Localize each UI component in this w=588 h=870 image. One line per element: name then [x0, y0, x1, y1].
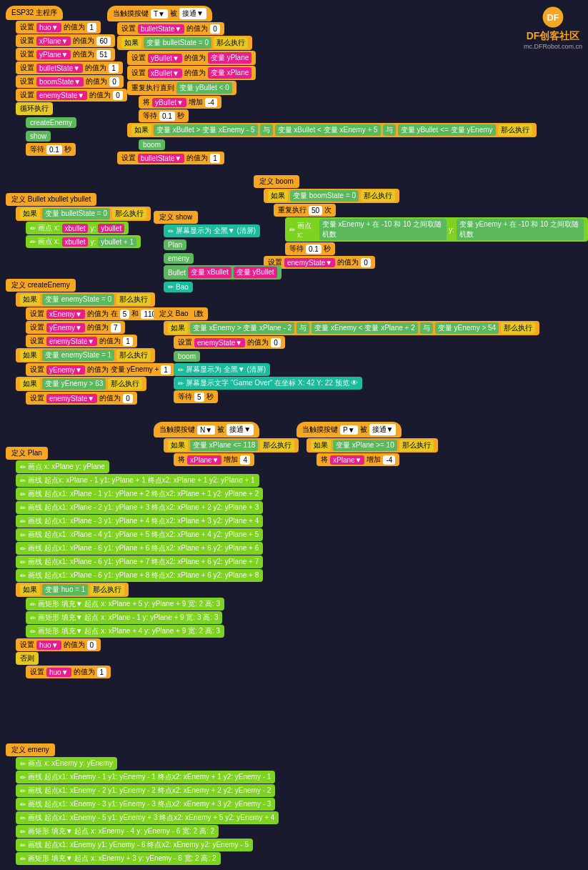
and1: 与: [260, 124, 273, 136]
rect-2: ✏ 画矩形 填充▼ 起点 x: xPlane - 1 y: yPlane + 9…: [26, 611, 222, 624]
define-boom-section: 定义 boom 如果 变量 boomState = 0 那么执行 重复执行 50…: [254, 175, 588, 269]
boom-call2: boom: [174, 351, 200, 362]
set-huo-block: 设置 huo▼ 的值为 1: [16, 21, 101, 34]
wait2-label: 等待: [143, 111, 157, 121]
set-huo-1: 设置 huo▼ 的值为 1: [26, 666, 111, 678]
line1-label: 画线 起点x: xPlane - 1 y1: yPlane + 1 终点x2: …: [28, 475, 255, 485]
line-6: ✏ 画线 起点x1: xPlane - 6 y1: yPlane + 6 终点x…: [16, 542, 263, 555]
pencil22: ✏: [20, 787, 26, 795]
line-5: ✏ 画线 起点x1: xPlane - 4 y1: yPlane + 5 终点x…: [16, 528, 263, 541]
bullet-label: Bullet: [168, 269, 186, 277]
set4-label: 设置: [20, 63, 34, 73]
define-plan-section: 定义 Plan ✏ 画点 x: xPlane y: yPlane ✏ 画线 起点…: [6, 447, 263, 678]
de-xb: 的值为: [184, 68, 206, 78]
if5-label: 如果: [20, 294, 40, 305]
pencil7: ✏: [178, 380, 184, 387]
set-xbullet-xplane: 设置 xBullet▼ 的值为 变量 xPlane: [127, 66, 256, 80]
val-1c: 1: [210, 154, 220, 163]
emeny-line3-label: 画线 起点x1: xEnemy - 3 y1: yEnemy - 3 终点x2:…: [28, 799, 271, 809]
emeny-line-4: ✏ 画线 起点x1: xEnemy - 5 y1: yEnemy + 3 终点x…: [16, 811, 279, 824]
screen-show-label: 屏幕显示为 全黑▼ (清屏): [176, 226, 256, 236]
touch-p-hat: 当触摸按键 P▼ 被 接通▼: [297, 422, 402, 438]
pencil10: ✏: [20, 490, 26, 498]
emeny-line-5: ✏ 画线 起点x1: xEnemy y1: yEnemy - 6 终点x2: x…: [16, 839, 253, 851]
define-boom-block: 定义 boom: [254, 175, 299, 188]
y2-label: y:: [90, 224, 96, 232]
wait4-label: 等待: [178, 392, 192, 402]
enemystate-var3: enemyState▼: [46, 337, 97, 346]
pencil14: ✏: [20, 545, 26, 553]
define-bullet-block: 定义 Bullet xbullet ybullet: [6, 193, 96, 206]
de4-label: 的值为: [85, 63, 106, 73]
draw-dot-bullet2: ✏ 画点 x: xbullet y: ybullet + 1: [26, 235, 141, 248]
de10-label: 的值为: [99, 336, 121, 346]
val-01: 0.1: [46, 145, 62, 154]
xplane-var: xPlane▼: [36, 36, 71, 46]
wait-block: 等待 0.1 秒: [26, 143, 76, 156]
pencil15: ✏: [20, 558, 26, 566]
emeny-dot-label: 画点 x: xEnemy y: yEnemy: [28, 758, 113, 768]
set-xplane-block: 设置 xPlane▼ 的值为 60: [16, 34, 115, 47]
loop-forever-block: 循环执行: [16, 102, 53, 115]
pencil17: ✏: [30, 600, 36, 608]
then5-label: 那么执行: [116, 294, 151, 305]
touch-p-label: 当触摸按键: [302, 425, 338, 435]
val-neg4: -4: [205, 98, 217, 107]
line2-label: 画线 起点x1: xPlane - 1 y1: yPlane + 2 终点x2:…: [28, 489, 259, 499]
line4-label: 画线 起点x1: xPlane - 3 y1: yPlane + 4 终点x2:…: [28, 516, 259, 526]
plan-dot-label: 画点 x: xPlane y: yPlane: [28, 462, 105, 472]
val-0d: 0: [361, 258, 371, 267]
svg-text:DF: DF: [547, 12, 559, 23]
define-emeny-section: 定义 emeny ✏ 画点 x: xEnemy y: yEnemy ✏ 画线 起…: [6, 743, 279, 865]
bullet-xbullet: 变量 xBullet: [188, 267, 231, 278]
emeny-line-2: ✏ 画线 起点x1: xEnemy - 2 y1: yEnemy - 2 终点x…: [16, 784, 275, 797]
create-enemy-call: createEnemy: [26, 117, 76, 128]
set-bulletstate-0: 设置 bulletState▼ 的值为 0: [117, 22, 224, 35]
repeat-50: 重复执行 50 次: [274, 204, 336, 217]
if8-label: 如果: [168, 322, 188, 334]
bei-label: 被: [170, 9, 177, 19]
emeny-line4-label: 画线 起点x1: xEnemy - 5 y1: yEnemy + 3 终点x2:…: [28, 813, 274, 823]
set6-label: 设置: [20, 90, 34, 100]
val-0f: 0: [271, 338, 281, 347]
define-create-enemy-label: 定义 createEnemy: [11, 280, 70, 290]
xplane-var3: xPlane▼: [330, 455, 364, 465]
y-label: y:: [449, 226, 454, 234]
xplane-cond2: 变量 xPlane >= 10: [333, 440, 397, 451]
val-01c: 0.1: [306, 244, 322, 254]
increase3-label: 增加: [367, 455, 381, 465]
pencil23: ✏: [20, 801, 26, 809]
xbullet-val2: xbullet: [62, 237, 89, 247]
xbullet-val: xbullet: [62, 224, 89, 233]
pencil-icon: ✏: [289, 226, 295, 234]
set15-label: 设置: [30, 667, 44, 677]
bullet-call: Bullet 变量 xBullet 变量 yBullet: [164, 265, 281, 280]
ybullet-var: yBullet▼: [148, 54, 182, 63]
screen-all-clear: ✏ 屏幕显示为 全黑▼ (清屏): [174, 363, 270, 376]
wait3-label: 等待: [289, 244, 304, 254]
y3-label: y:: [90, 238, 96, 246]
then3-label: 那么执行: [361, 190, 395, 202]
enemy-cond2: 变量 enemyState = 1: [42, 350, 114, 361]
pencil8: ✏: [20, 463, 26, 471]
pencil12: ✏: [20, 518, 26, 525]
set-ybullet-yplane: 设置 yBullet▼ 的值为 变量 yPlane: [127, 51, 256, 65]
key-p: P▼: [340, 425, 358, 435]
yplane-val: 变量 yPlane: [208, 52, 251, 64]
xenemy-rand: 变量 xEnemy + 在 -10 和 10 之间取随机数: [319, 219, 447, 240]
emeny-rect2-label: 画矩形 填充▼ 起点 x: xEnemy + 3 y: yEnemy - 6 宽…: [28, 854, 216, 864]
emeny-call: emeny: [164, 253, 194, 264]
xenemy-var: xEnemy▼: [46, 310, 85, 319]
de-bs: 的值为: [186, 24, 208, 34]
connect2-label: 接通▼: [226, 424, 254, 435]
de5-label: 的值为: [86, 76, 107, 86]
bei3-label: 被: [360, 425, 367, 435]
set-bs-label: 设置: [121, 24, 136, 34]
and5: 与: [420, 322, 433, 334]
pencil3: ✏: [30, 238, 36, 246]
define-plan-label: 定义 Plan: [11, 448, 42, 458]
then-label: 那么执行: [214, 37, 248, 49]
boom2-label: boom: [178, 352, 196, 360]
enemystate-var5: enemyState▼: [194, 338, 245, 347]
define-show-section: 定义 show ✏ 屏幕显示为 全黑▼ (清屏) Plan emeny Bull…: [154, 211, 281, 293]
